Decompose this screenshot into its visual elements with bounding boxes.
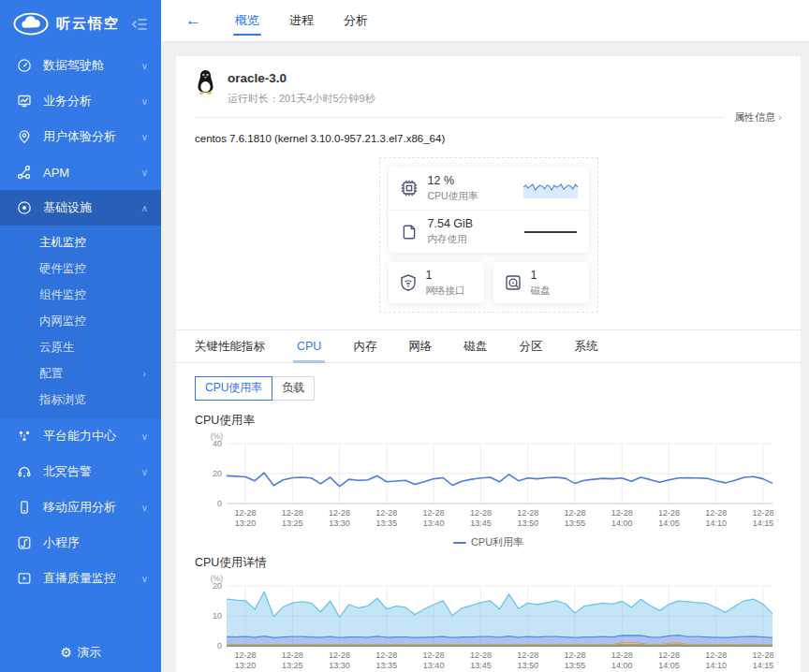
sidebar-item-data-cockpit[interactable]: 数据驾驶舱 ∨ xyxy=(0,48,161,83)
memory-usage-label: 内存使用 xyxy=(428,233,515,246)
svg-text:12-28: 12-28 xyxy=(611,650,633,660)
svg-text:12-28: 12-28 xyxy=(235,508,257,518)
content-card: oracle-3.0 运行时长：201天4小时5分钟9秒 属性信息› cento… xyxy=(176,56,801,672)
topbar-tab[interactable]: 概览 xyxy=(220,0,274,41)
chevron-down-icon: ∨ xyxy=(141,503,148,513)
svg-text:12-28: 12-28 xyxy=(375,650,397,660)
svg-text:13:45: 13:45 xyxy=(470,661,492,670)
network-interface-label: 网络接口 xyxy=(426,285,474,298)
sidebar-item-live-quality[interactable]: 直播质量监控 ∨ xyxy=(0,561,161,596)
demo-button[interactable]: ⚙ 演示 xyxy=(0,633,161,672)
svg-text:13:30: 13:30 xyxy=(329,661,350,670)
cpu-usage-chart: 02040(%)12-2813:2012-2813:2512-2813:3012… xyxy=(195,431,782,533)
sidebar-subitem[interactable]: 配置 › xyxy=(0,360,161,387)
sidebar-collapse-icon[interactable] xyxy=(129,16,150,33)
chart-toggle-group: CPU使用率 负载 xyxy=(195,376,782,401)
svg-text:12-28: 12-28 xyxy=(752,508,773,518)
live-play-icon xyxy=(17,571,32,586)
chevron-right-icon: › xyxy=(142,368,146,379)
cpu-detail-chart: 01020(%)12-2813:2012-2813:2512-2813:3012… xyxy=(195,573,782,672)
sidebar-subitem[interactable]: 组件监控 xyxy=(0,282,161,308)
metric-tab[interactable]: 内存 xyxy=(340,330,390,362)
svg-text:14:15: 14:15 xyxy=(753,519,774,528)
svg-text:13:50: 13:50 xyxy=(517,661,538,670)
disk-value: 1 xyxy=(531,269,579,282)
metric-tab[interactable]: 磁盘 xyxy=(450,330,500,362)
host-name: oracle-3.0 xyxy=(228,71,375,85)
svg-text:13:35: 13:35 xyxy=(376,661,398,670)
svg-text:0: 0 xyxy=(217,499,222,508)
svg-text:12-28: 12-28 xyxy=(752,650,773,660)
svg-text:13:50: 13:50 xyxy=(517,519,538,528)
svg-text:12-28: 12-28 xyxy=(517,508,538,518)
cpu-usage-legend[interactable]: CPU利用率 xyxy=(195,535,782,549)
svg-text:13:40: 13:40 xyxy=(423,661,445,670)
sidebar: 听云悟空 数据驾驶舱 ∨ 业务分析 ∨ xyxy=(0,0,161,672)
svg-text:13:45: 13:45 xyxy=(470,519,492,528)
svg-text:20: 20 xyxy=(213,469,222,478)
sidebar-nav: 数据驾驶舱 ∨ 业务分析 ∨ 用户体验分析 ∨ xyxy=(0,48,161,672)
svg-text:13:30: 13:30 xyxy=(329,519,350,528)
svg-text:12-28: 12-28 xyxy=(564,508,585,518)
metric-tab[interactable]: 关键性能指标 xyxy=(182,330,278,362)
app-root: 听云悟空 数据驾驶舱 ∨ 业务分析 ∨ xyxy=(0,0,809,672)
chart-toggle-button[interactable]: 负载 xyxy=(272,376,315,401)
map-pin-icon xyxy=(17,129,32,144)
host-stats-panel: 12 % CPU使用率 7.54 GiB 内存使用 xyxy=(379,157,598,313)
svg-text:14:15: 14:15 xyxy=(753,661,774,670)
sidebar-item-user-experience[interactable]: 用户体验分析 ∨ xyxy=(0,119,161,154)
sidebar-subitem[interactable]: 主机监控 xyxy=(0,229,161,256)
attribute-info-link[interactable]: 属性信息› xyxy=(725,110,782,124)
metric-tabs: 关键性能指标 CPU 内存 网络 磁盘 分区 系统 xyxy=(176,329,801,363)
attribute-row: 属性信息› xyxy=(195,110,782,124)
svg-text:0: 0 xyxy=(217,641,222,650)
svg-text:13:20: 13:20 xyxy=(235,519,257,528)
platform-dots-icon xyxy=(17,429,32,444)
sidebar-item-alerting[interactable]: 北冥告警 ∨ xyxy=(0,454,161,489)
metric-tab[interactable]: CPU xyxy=(284,330,334,362)
svg-text:12-28: 12-28 xyxy=(282,650,303,660)
sidebar-subitem[interactable]: 指标浏览 xyxy=(0,387,161,413)
svg-text:14:00: 14:00 xyxy=(611,519,633,528)
topbar-tab[interactable]: 分析 xyxy=(329,0,383,41)
host-uptime: 运行时长：201天4小时5分钟9秒 xyxy=(228,92,375,106)
cpu-usage-label: CPU使用率 xyxy=(428,190,514,203)
svg-text:12-28: 12-28 xyxy=(329,650,350,660)
svg-text:12-28: 12-28 xyxy=(423,508,445,518)
sidebar-subitem[interactable]: 硬件监控 xyxy=(0,256,161,282)
back-arrow-icon[interactable]: ← xyxy=(185,11,201,30)
chart-toggle-button[interactable]: CPU使用率 xyxy=(195,376,272,401)
chevron-down-icon: ∨ xyxy=(141,431,148,442)
alert-headset-icon xyxy=(17,464,32,479)
gear-icon: ⚙ xyxy=(60,645,72,660)
sidebar-subitem[interactable]: 云原生 xyxy=(0,334,161,360)
svg-text:12-28: 12-28 xyxy=(705,508,727,518)
network-interface-card: 1 网络接口 xyxy=(389,262,484,303)
chevron-down-icon: ∨ xyxy=(141,96,148,107)
legend-dash-icon xyxy=(453,542,466,544)
cpu-stat-row: 12 % CPU使用率 xyxy=(389,167,589,210)
svg-text:12-28: 12-28 xyxy=(423,650,445,660)
business-chart-icon xyxy=(17,94,32,109)
svg-text:12-28: 12-28 xyxy=(611,508,633,518)
sidebar-subitem[interactable]: 内网监控 xyxy=(0,308,161,334)
sidebar-item-miniprogram[interactable]: 小程序 xyxy=(0,525,161,561)
chevron-up-icon: ∧ xyxy=(141,203,148,213)
sidebar-section-infrastructure: 基础设施 ∧ 主机监控 硬件监控 xyxy=(0,190,161,418)
metric-tab[interactable]: 系统 xyxy=(561,330,610,362)
sidebar-item-business-analysis[interactable]: 业务分析 ∨ xyxy=(0,83,161,119)
cpu-chip-icon xyxy=(400,179,419,197)
sidebar-item-platform-center[interactable]: 平台能力中心 ∨ xyxy=(0,418,161,454)
sidebar-item-apm[interactable]: APM ∨ xyxy=(0,154,161,190)
sidebar-item-mobile-analysis[interactable]: 移动应用分析 ∨ xyxy=(0,489,161,525)
topbar-tab[interactable]: 进程 xyxy=(274,0,329,41)
svg-text:13:25: 13:25 xyxy=(282,519,303,528)
metric-tab[interactable]: 分区 xyxy=(506,330,555,362)
metric-tab[interactable]: 网络 xyxy=(395,330,445,362)
cpu-usage-value: 12 % xyxy=(428,174,514,187)
chevron-down-icon: ∨ xyxy=(141,61,148,71)
disk-icon xyxy=(504,273,522,292)
svg-text:12-28: 12-28 xyxy=(329,508,350,518)
cpu-memory-card: 12 % CPU使用率 7.54 GiB 内存使用 xyxy=(389,167,589,253)
sidebar-item-infrastructure[interactable]: 基础设施 ∧ xyxy=(0,190,161,226)
